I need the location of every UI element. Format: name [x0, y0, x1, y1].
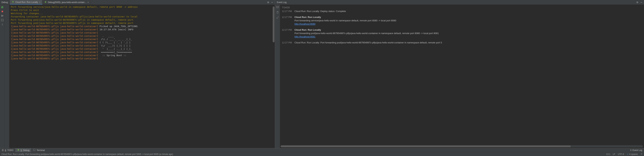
event-title: Cloud Run: Run Locally: Port forwarding …	[294, 41, 442, 44]
console-line: [java-hello-world-867854997c-pfljs java-…	[11, 54, 274, 57]
event-log-panel: Event Log 7/14/20 12:27 PMCloud Run: Run…	[275, 0, 644, 148]
event-link[interactable]: http://localhost:8080	[294, 22, 396, 26]
bug-icon	[44, 1, 47, 4]
tw-terminal-label: Terminal	[36, 149, 45, 152]
list-icon: ☰	[2, 149, 4, 152]
event-entry: 12:27 PMCloud Run: Run LocallyPort forwa…	[282, 15, 642, 26]
debug-output-gutter	[5, 5, 9, 148]
event-time: 12:27 PM	[282, 28, 293, 38]
svg-rect-18	[33, 149, 35, 151]
cursor-pos[interactable]: 13:1	[606, 153, 610, 156]
debug-run-gutter	[0, 5, 5, 148]
event-date: 7/14/20	[282, 6, 642, 9]
status-bar: Cloud Run: Run Locally: Port forwarding …	[0, 152, 644, 156]
console-line: [java-hello-world-867854997c-pfljs java-…	[11, 25, 274, 28]
tw-todo-label: : TODO	[6, 149, 14, 152]
tw-terminal[interactable]: Terminal	[31, 148, 46, 152]
svg-rect-19	[641, 154, 642, 155]
event-time: 12:27 PM	[282, 41, 293, 44]
console-line: Port forwarding pod/java-hello-world-867…	[11, 21, 274, 25]
console-output[interactable]: Port forwarding service/java-hello-world…	[9, 5, 275, 148]
tw-debug[interactable]: 5: Debug	[15, 148, 31, 152]
close-icon[interactable]: ×	[87, 1, 89, 4]
event-time: 12:27 PM	[282, 9, 293, 13]
event-log-title: Event Log	[275, 1, 288, 3]
indent-indicator[interactable]: 4 spaces	[626, 153, 638, 156]
settings-icon[interactable]	[276, 16, 279, 19]
console-line: [java-hello-world-867854997c-pfljs java-…	[11, 44, 274, 47]
tw-debug-label: : Debug	[22, 149, 29, 152]
event-time: 12:27 PM	[282, 15, 293, 26]
event-title: Cloud Run: Run Locally	[294, 28, 439, 32]
close-icon[interactable]: ×	[39, 1, 40, 3]
minimize-icon[interactable]	[271, 1, 274, 3]
event-entry: 12:27 PMCloud Run: Run Locally: Port for…	[282, 41, 642, 44]
tab-label: Cloud Run: Run Locally	[15, 1, 38, 3]
horizontal-scrollbar[interactable]	[280, 145, 643, 147]
trash-icon[interactable]	[276, 11, 279, 14]
console-line: [java-hello-world-867854997c-pfljs java-…	[11, 51, 274, 54]
console-line: Port forwarding pod/java-hello-world-867…	[11, 18, 274, 21]
event-entry: 12:27 PMCloud Run: Run LocallyPort forwa…	[282, 28, 642, 38]
event-log-content[interactable]: 7/14/20 12:27 PMCloud Run: Run Locally: …	[280, 5, 644, 148]
status-message: Cloud Run: Run Locally: Port forwarding …	[2, 153, 173, 156]
console-line: [java-hello-world-867854997c-pfljs java-…	[11, 31, 274, 34]
svg-point-4	[268, 2, 268, 3]
console-line: [java-hello-world-867854997c-pfljs java-…	[11, 41, 274, 44]
terminal-icon	[33, 149, 36, 152]
gear-icon[interactable]	[267, 1, 270, 3]
event-entry: 12:27 PMCloud Run: Run Locally: Deploy s…	[282, 9, 642, 13]
tool-window-bar: ☰ 6: TODO 5: Debug Terminal 3 Event Log	[0, 148, 644, 152]
encoding[interactable]: UTF-8	[618, 153, 624, 156]
console-line: [java-hello-world-867854997c-pfljs java-…	[11, 57, 274, 60]
bug-icon	[17, 149, 20, 152]
tab-debug-5005[interactable]: Debug(5005): java-hello-world-contain...…	[42, 0, 91, 4]
console-line: [java-hello-world-867854997c-pfljs java-…	[11, 47, 274, 51]
svg-rect-6	[2, 11, 3, 12]
event-link[interactable]: http://localhost:8081	[294, 35, 439, 38]
tw-event-log[interactable]: 3 Event Log	[628, 148, 644, 152]
layout-icon[interactable]	[1, 19, 4, 21]
minimize-icon[interactable]	[640, 1, 642, 3]
gear-icon[interactable]	[636, 1, 638, 3]
event-log-body: 7/14/20 12:27 PMCloud Run: Run Locally: …	[275, 5, 644, 148]
event-gutter	[275, 5, 280, 148]
console-line: Watching for changes...	[11, 12, 274, 15]
console-line: Forwarding container java-hello-world-86…	[11, 15, 274, 18]
console-line: [java-hello-world-867854997c-pfljs java-…	[11, 38, 274, 41]
event-badge: 3	[630, 149, 632, 152]
event-log-header: Event Log	[275, 0, 644, 5]
tw-todo[interactable]: ☰ 6: TODO	[0, 148, 15, 152]
lock-icon[interactable]	[640, 153, 642, 156]
debug-body: Port forwarding service/java-hello-world…	[0, 5, 275, 148]
svg-point-17	[18, 149, 19, 151]
tw-eventlog-label: Event Log	[632, 149, 642, 152]
bug-icon	[12, 0, 14, 3]
console-line: [java-hello-world-867854997c-pfljs java-…	[11, 28, 274, 31]
tab-label: Debug(5005): java-hello-world-contain...	[48, 1, 86, 3]
mark-read-icon[interactable]	[276, 6, 279, 9]
stop-icon[interactable]	[1, 10, 4, 13]
console-line: Port forwarding service/java-hello-world…	[11, 5, 274, 9]
resume-icon[interactable]	[1, 14, 4, 17]
console-line: [java-hello-world-867854997c-pfljs java-…	[11, 34, 274, 38]
debug-tabs-header: Debug: Cloud Run: Run Locally × Debug(50…	[0, 0, 275, 5]
rerun-icon[interactable]	[1, 6, 4, 9]
tab-cloud-run[interactable]: Cloud Run: Run Locally ×	[10, 0, 42, 4]
debug-panel: Debug: Cloud Run: Run Locally × Debug(50…	[0, 0, 275, 148]
pin-icon[interactable]	[1, 23, 4, 26]
debug-label: Debug:	[0, 1, 10, 3]
event-body-line: Port forwarding service/java-hello-world…	[294, 19, 396, 22]
svg-rect-7	[2, 15, 2, 17]
line-sep[interactable]: LF	[613, 153, 616, 156]
event-body-line: Port forwarding pod/java-hello-world-867…	[294, 32, 439, 35]
console-line: Press Ctrl+C to exit	[11, 9, 274, 12]
event-title: Cloud Run: Run Locally: Deploy status: C…	[294, 9, 346, 13]
scrollbar-thumb[interactable]	[273, 6, 274, 42]
svg-point-13	[637, 2, 638, 3]
event-title: Cloud Run: Run Locally	[294, 15, 396, 19]
scrollbar-thumb[interactable]	[281, 146, 571, 147]
